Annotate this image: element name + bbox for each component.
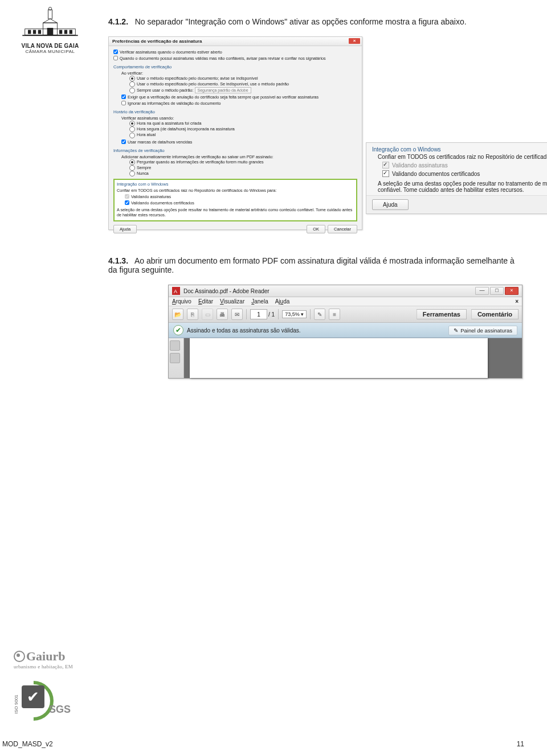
menu-visualizar[interactable]: Visualizar	[220, 298, 244, 305]
thumbnails-icon[interactable]	[170, 340, 180, 351]
email-icon[interactable]: ✉	[231, 309, 243, 320]
radio-time-secure[interactable]	[129, 126, 135, 132]
menubar: AArquivorquivo Editar Visualizar Janela …	[169, 297, 522, 306]
chk-validate-certified-small[interactable]: Validando documentos certificados	[125, 200, 354, 206]
section-behavior: Comportamento de verificação	[113, 64, 357, 69]
building-icon	[19, 6, 81, 41]
svg-rect-7	[70, 30, 72, 34]
callout-title: Integração com o Windows	[372, 146, 547, 153]
callout-warning: A seleção de uma destas opções pode resu…	[378, 180, 547, 193]
footer-logos: Gaiurb urbanismo e habitação, EM ✔ SGS I…	[14, 649, 73, 722]
menu-editar[interactable]: Editar	[198, 298, 213, 305]
leaf-icon	[14, 651, 25, 662]
radio-time-current[interactable]	[129, 133, 135, 138]
callout-help-button[interactable]: Ajuda	[372, 199, 409, 210]
svg-rect-4	[38, 30, 41, 34]
save-icon[interactable]: ⎘	[187, 309, 198, 320]
more-icon[interactable]: ≡	[329, 309, 340, 320]
chk-ignore-validation[interactable]: Ignorar as informações de validação do d…	[121, 101, 357, 106]
chk-verify-on-open[interactable]: Verificar assinaturas quando o documento…	[113, 50, 357, 55]
tools-button[interactable]: Ferramentas	[417, 309, 467, 319]
signature-panel-button[interactable]: ✎ Painel de assinaturas	[448, 326, 517, 335]
doc-code: MOD_MASD_v2	[2, 740, 53, 748]
paragraph-413: 4.1.3. Ao abrir um documento em formato …	[108, 256, 519, 274]
chk-validate-certified[interactable]: Validando documentos certificados	[382, 170, 547, 177]
section-time: Horário da verificação	[113, 109, 357, 114]
para-text: No separador "Integração com o Windows" …	[135, 17, 467, 26]
svg-rect-6	[64, 30, 67, 34]
page-number: 11	[517, 740, 524, 748]
org-sub: CÂMARA MUNICIPAL	[14, 49, 87, 54]
preferences-dialog: Preferências de verificação de assinatur…	[108, 36, 362, 230]
chk-require-revocation[interactable]: Exigir que a verificação de anulação do …	[121, 94, 357, 100]
org-name: VILA NOVA DE GAIA	[14, 43, 87, 49]
pdf-icon: A	[172, 287, 180, 295]
municipal-logo: VILA NOVA DE GAIA CÂMARA MUNICIPAL	[14, 6, 87, 54]
radio-time-created[interactable]	[129, 121, 135, 126]
toolbar: 📂 ⎘ ▭ 🖶 ✉ / 1 73,5% ▾ ✎ ≡ Ferramentas	[169, 306, 522, 323]
zoom-select[interactable]: 73,5% ▾	[282, 310, 307, 318]
windows-integration-callout: Integração com o Windows Confiar em TODO…	[366, 142, 547, 214]
paragraph-412: 4.1.2. No separador "Integração com o Wi…	[108, 17, 519, 26]
comment-button[interactable]: Comentário	[471, 309, 519, 319]
section-info: Informações de verificação	[113, 148, 357, 153]
svg-marker-10	[43, 19, 58, 23]
svg-rect-2	[28, 30, 31, 34]
para-num: 4.1.3.	[108, 256, 128, 265]
radio-info-never[interactable]	[129, 171, 135, 176]
menu-ajuda[interactable]: Ajuda	[275, 298, 290, 305]
side-panel	[169, 338, 184, 378]
para-num: 4.1.2.	[108, 17, 128, 26]
document-area	[184, 338, 522, 378]
sign-icon[interactable]: ✎	[314, 309, 325, 320]
radio-info-ask[interactable]	[129, 159, 135, 165]
maximize-button[interactable]: □	[490, 287, 504, 295]
radio-method-doc-default[interactable]	[129, 81, 135, 87]
check-icon: ✔	[22, 685, 44, 708]
pen-icon: ✎	[454, 327, 458, 334]
svg-text:A: A	[174, 289, 177, 294]
svg-rect-3	[33, 30, 36, 34]
open-icon[interactable]: 📂	[172, 309, 183, 320]
svg-rect-5	[59, 30, 62, 34]
titlebar: A Doc Assinado.pdf - Adobe Reader — □ ×	[169, 285, 522, 297]
dialog-titlebar: Preferências de verificação de assinatur…	[109, 37, 362, 46]
adobe-reader-window: A Doc Assinado.pdf - Adobe Reader — □ × …	[168, 285, 522, 379]
chk-warn-untrusted[interactable]: Quando o documento possui assinaturas vá…	[113, 56, 357, 61]
sgs-badge: ✔ SGS ISO 9001	[14, 677, 71, 722]
print-icon[interactable]: 🖶	[217, 309, 228, 320]
signature-valid-icon: ✔	[173, 325, 183, 335]
radio-info-always[interactable]	[129, 165, 135, 171]
svg-rect-11	[48, 10, 52, 19]
para-text: Ao abrir um documento em formato PDF com…	[108, 256, 515, 274]
ok-button[interactable]: OK	[307, 225, 325, 233]
help-button[interactable]: Ajuda	[113, 225, 137, 233]
signature-message: Assinado e todas as assinaturas são váli…	[187, 327, 301, 334]
window-close-button[interactable]: ×	[505, 287, 519, 295]
page-navigator[interactable]: / 1	[250, 309, 275, 319]
default-method-select[interactable]: Segurança padrão da Adobe	[195, 87, 251, 93]
page-input[interactable]	[250, 309, 267, 319]
document-page	[190, 338, 488, 378]
gaiurb-logo: Gaiurb urbanismo e habitação, EM	[14, 649, 73, 669]
radio-method-doc-warn[interactable]	[129, 76, 135, 81]
chk-validate-signatures-small[interactable]: Validando assinaturas	[125, 194, 354, 199]
disabled-icon: ▭	[202, 309, 213, 320]
signature-bar: ✔ Assinado e todas as assinaturas são vá…	[169, 323, 522, 338]
chk-validate-signatures[interactable]: Validando assinaturas	[382, 162, 547, 169]
minimize-button[interactable]: —	[475, 287, 489, 295]
cancel-button[interactable]: Cancelar	[328, 225, 357, 233]
chk-expired-timestamps[interactable]: Usar marcas de data/hora vencidas	[121, 139, 357, 145]
svg-rect-9	[47, 28, 54, 35]
windows-integration-highlight: Integração com o Windows Confiar em TODO…	[113, 179, 357, 221]
callout-desc: Confiar em TODOS os certificados raiz no…	[378, 154, 547, 160]
radio-method-always[interactable]	[129, 88, 135, 93]
close-icon[interactable]: ×	[349, 38, 360, 44]
document-close-icon[interactable]: ×	[515, 298, 519, 305]
menu-janela[interactable]: Janela	[251, 298, 268, 305]
page-footer: MOD_MASD_v2 11	[0, 740, 547, 748]
bookmarks-icon[interactable]	[170, 353, 180, 363]
menu-arquivo[interactable]: AArquivorquivo	[172, 298, 191, 305]
